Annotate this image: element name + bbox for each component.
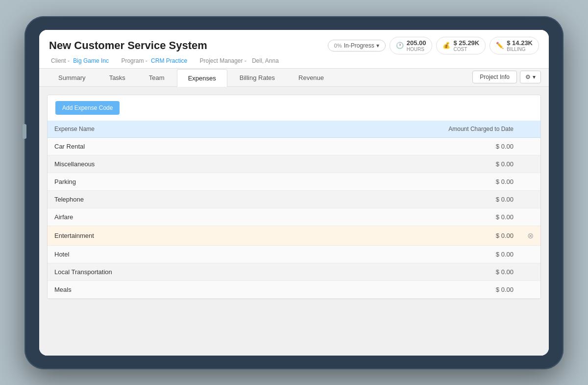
row-action-cell [520, 245, 540, 263]
expense-amount: $ 0.00 [272, 208, 520, 226]
expense-name: Parking [48, 173, 272, 190]
table-row: Telephone $ 0.00 [48, 190, 540, 208]
expense-amount: $ 0.00 [272, 245, 520, 263]
header-stats: 0% In-Progress ▾ 🕐 205.00 HOURS 💰 [328, 37, 539, 54]
expense-amount: $ 0.00 [272, 281, 520, 298]
device-side-button [23, 124, 26, 139]
table-row: Miscellaneous $ 0.00 [48, 155, 540, 173]
expense-rows: Car Rental $ 0.00 Miscellaneous $ 0.00 P… [48, 137, 540, 298]
gear-button[interactable]: ⚙ ▾ [520, 71, 541, 83]
add-expense-button[interactable]: Add Expense Code [55, 101, 120, 115]
expense-amount: $ 0.00 [272, 263, 520, 281]
row-action-cell [520, 155, 540, 173]
expense-name: Telephone [48, 190, 272, 208]
tab-tasks[interactable]: Tasks [98, 69, 137, 86]
expense-amount: $ 0.00 [272, 190, 520, 208]
tab-expenses[interactable]: Expenses [177, 69, 227, 87]
header-top: New Customer Service System 0% In-Progre… [49, 37, 539, 54]
cost-value: $ 25.29K [453, 39, 479, 47]
client-link[interactable]: Big Game Inc [73, 57, 109, 64]
expense-name: Miscellaneous [48, 155, 272, 173]
tab-team[interactable]: Team [138, 69, 176, 86]
status-chevron-icon: ▾ [376, 42, 379, 49]
row-action-cell [520, 263, 540, 281]
billing-stat: ✏️ $ 14.23K BILLING [490, 37, 539, 54]
tab-revenue[interactable]: Revenue [287, 69, 335, 86]
status-badge[interactable]: 0% In-Progress ▾ [328, 40, 386, 51]
separator-1 [112, 57, 116, 64]
row-action-cell [520, 208, 540, 226]
col-amount: Amount Charged to Date [272, 121, 520, 138]
table-row: Hotel $ 0.00 [48, 245, 540, 263]
row-action-cell [520, 173, 540, 190]
remove-row-icon[interactable]: ⊗ [527, 231, 534, 240]
row-action-cell [520, 137, 540, 155]
project-title: New Customer Service System [49, 39, 207, 52]
device-screen: New Customer Service System 0% In-Progre… [39, 30, 549, 356]
tabs-right: Project Info ⚙ ▾ [472, 71, 541, 86]
project-info-button[interactable]: Project Info [472, 71, 517, 83]
app-header: New Customer Service System 0% In-Progre… [39, 30, 549, 69]
col-actions [520, 121, 540, 138]
row-action-cell: ⊗ [520, 226, 540, 245]
row-actions: ⊗ [527, 231, 534, 240]
client-label: Client - [51, 57, 71, 64]
table-row: Parking $ 0.00 [48, 173, 540, 190]
status-percent: 0% [334, 43, 342, 49]
gear-icon: ⚙ [525, 74, 531, 80]
hours-value: 205.00 [407, 39, 426, 47]
tab-billing-rates[interactable]: Billing Rates [228, 69, 286, 86]
main-content: Add Expense Code Expense Name Amount Cha… [39, 87, 549, 356]
expense-amount: $ 0.00 [272, 155, 520, 173]
program-link[interactable]: CRM Practice [151, 57, 187, 64]
hours-stat: 🕐 205.00 HOURS [390, 37, 433, 54]
expense-amount: $ 0.00 [272, 226, 520, 245]
header-meta: Client - Big Game Inc Program - CRM Prac… [49, 57, 539, 64]
expense-name: Airfare [48, 208, 272, 226]
tabs-bar: Summary Tasks Team Expenses Billing Rate… [39, 69, 549, 87]
expense-amount: $ 0.00 [272, 137, 520, 155]
expense-name: Entertainment [48, 226, 272, 245]
expense-name: Car Rental [48, 137, 272, 155]
cost-label: COST [453, 47, 479, 52]
tab-summary[interactable]: Summary [47, 69, 97, 86]
billing-value: $ 14.23K [507, 39, 533, 47]
separator-2 [191, 57, 194, 64]
table-row: Airfare $ 0.00 [48, 208, 540, 226]
expense-name: Hotel [48, 245, 272, 263]
device-frame: New Customer Service System 0% In-Progre… [24, 16, 564, 369]
col-expense-name: Expense Name [48, 121, 272, 138]
table-row: Meals $ 0.00 [48, 281, 540, 298]
hours-label: HOURS [407, 47, 426, 52]
table-row: Car Rental $ 0.00 [48, 137, 540, 155]
clock-icon: 🕐 [396, 42, 404, 49]
manager-label: Project Manager - [199, 57, 248, 64]
panel-toolbar: Add Expense Code [48, 95, 540, 121]
table-header: Expense Name Amount Charged to Date [48, 121, 540, 138]
cost-stat: 💰 $ 25.29K COST [436, 37, 486, 54]
table-row: Local Transportation $ 0.00 [48, 263, 540, 281]
expenses-panel: Add Expense Code Expense Name Amount Cha… [47, 95, 541, 299]
gear-chevron-icon: ▾ [533, 74, 536, 80]
manager-name: Dell, Anna [252, 57, 279, 64]
row-action-cell [520, 190, 540, 208]
expense-name: Meals [48, 281, 272, 298]
expense-table: Expense Name Amount Charged to Date Car … [48, 121, 540, 299]
program-label: Program - [121, 57, 149, 64]
expense-amount: $ 0.00 [272, 173, 520, 190]
expense-name: Local Transportation [48, 263, 272, 281]
billing-label: BILLING [507, 47, 533, 52]
billing-icon: ✏️ [496, 42, 504, 49]
row-action-cell [520, 281, 540, 298]
table-header-row: Expense Name Amount Charged to Date [48, 121, 540, 138]
status-label: In-Progress [344, 42, 374, 49]
cost-icon: 💰 [442, 42, 450, 49]
table-row: Entertainment $ 0.00 ⊗ [48, 226, 540, 245]
